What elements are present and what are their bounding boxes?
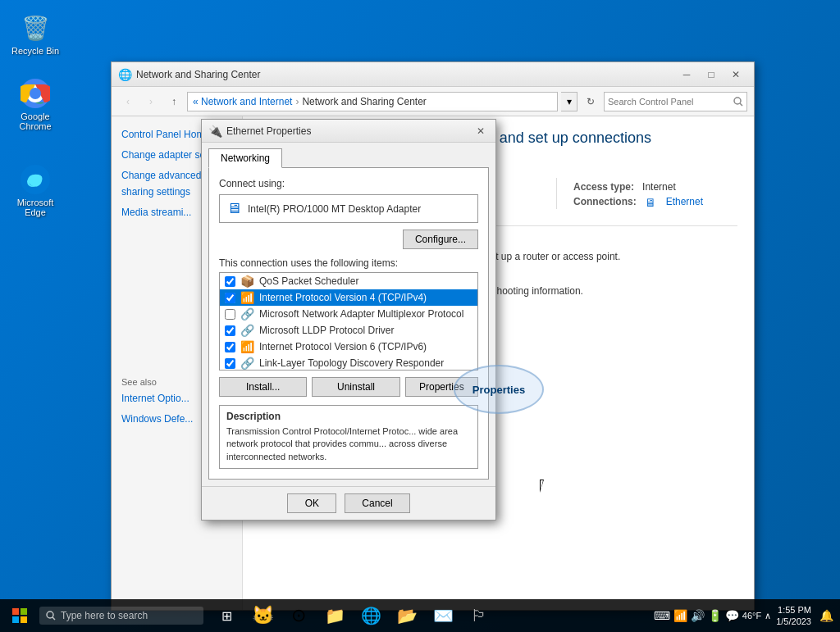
- lldp-label: Microsoft LLDP Protocol Driver: [259, 325, 395, 336]
- taskbar-edge[interactable]: 🌐: [354, 599, 387, 632]
- tray-notifications-icon[interactable]: 💬: [725, 609, 739, 622]
- address-dropdown[interactable]: ▾: [561, 92, 578, 111]
- taskbar-icon-emoji[interactable]: 🐱: [246, 599, 279, 632]
- tray-expand-icon[interactable]: ∧: [765, 611, 771, 621]
- tray-battery-icon[interactable]: 🔋: [708, 609, 722, 622]
- taskbar-file-explorer[interactable]: 📁: [318, 599, 351, 632]
- list-item-topology-responder[interactable]: 🔗 Link-Layer Topology Discovery Responde…: [220, 355, 477, 371]
- search-icon: [733, 97, 743, 107]
- properties-button[interactable]: Properties: [405, 377, 478, 397]
- desktop-icon-edge[interactable]: Microsoft Edge: [7, 160, 64, 221]
- ipv4-checkbox[interactable]: [225, 293, 235, 303]
- taskbar-mail[interactable]: ✉️: [427, 599, 459, 632]
- maximize-button[interactable]: □: [700, 66, 723, 83]
- taskbar-search-bar[interactable]: Type here to search: [39, 607, 203, 625]
- notification-badge[interactable]: 🔔: [819, 609, 833, 622]
- ipv6-icon: 📶: [240, 340, 254, 353]
- topology-responder-icon: 🔗: [240, 357, 254, 370]
- refresh-button[interactable]: ↻: [581, 92, 600, 111]
- multiplexor-checkbox[interactable]: [225, 309, 235, 320]
- list-item-multiplexor[interactable]: 🔗 Microsoft Network Adapter Multiplexor …: [220, 306, 477, 322]
- tray-wifi-icon[interactable]: 📶: [673, 609, 687, 622]
- tray-time[interactable]: 1:55 PM 1/5/2023: [776, 604, 811, 628]
- svg-point-2: [30, 88, 41, 99]
- action-buttons-row: Install... Uninstall Properties Properti…: [219, 377, 478, 397]
- windows-logo-icon: [12, 608, 27, 623]
- desktop-icon-chrome[interactable]: Google Chrome: [7, 74, 64, 134]
- chrome-icon: [19, 77, 52, 110]
- breadcrumb-separator: ›: [295, 96, 299, 107]
- ethernet-link[interactable]: Ethernet: [666, 196, 703, 209]
- lldp-checkbox[interactable]: [225, 325, 235, 336]
- eth-action-buttons: Install... Uninstall Properties Properti…: [219, 377, 478, 397]
- description-label: Description: [226, 411, 471, 422]
- taskbar-icon-circle[interactable]: ⊙: [282, 599, 315, 632]
- ethernet-icon: 🖥: [645, 196, 656, 209]
- tab-networking[interactable]: Networking: [208, 148, 282, 168]
- nsc-window-icon: 🌐: [118, 68, 131, 81]
- window-titlebar: 🌐 Network and Sharing Center ─ □ ✕: [112, 62, 754, 87]
- install-button[interactable]: Install...: [219, 377, 307, 397]
- connections-label: Connections:: [573, 196, 637, 209]
- desktop: 🗑️ Recycle Bin Google Chrome Microsoft E…: [0, 0, 840, 632]
- ok-button[interactable]: OK: [287, 493, 336, 513]
- recycle-bin-icon: 🗑️: [19, 11, 52, 44]
- recycle-bin-label: Recycle Bin: [11, 46, 59, 56]
- tray-keyboard-icon[interactable]: ⌨: [654, 609, 670, 622]
- eth-description: Description Transmission Control Protoco…: [219, 405, 478, 469]
- start-button[interactable]: [0, 599, 39, 632]
- eth-close-button[interactable]: ✕: [472, 124, 489, 139]
- taskbar-files[interactable]: 📂: [390, 599, 423, 632]
- access-type-value: Internet: [642, 181, 676, 193]
- qos-icon: 📦: [240, 275, 254, 288]
- tray-icons: ⌨ 📶 🔊 🔋 💬 46°F ∧: [654, 609, 771, 622]
- list-item-ipv4[interactable]: 📶 Internet Protocol Version 4 (TCP/IPv4): [220, 289, 477, 306]
- address-bar: ‹ › ↑ « Network and Internet › Network a…: [112, 87, 754, 116]
- ipv4-icon: 📶: [240, 291, 254, 304]
- task-view-button[interactable]: ⊞: [210, 599, 243, 632]
- temperature-display: 46°F: [742, 611, 761, 621]
- forward-button[interactable]: ›: [141, 92, 161, 111]
- ipv4-label: Internet Protocol Version 4 (TCP/IPv4): [259, 292, 427, 303]
- qos-checkbox[interactable]: [225, 276, 235, 287]
- minimize-button[interactable]: ─: [675, 66, 698, 83]
- taskbar-icon-flag[interactable]: 🏳: [463, 599, 495, 632]
- taskbar-app-icons: ⊞ 🐱 ⊙ 📁 🌐 📂 ✉️ 🏳: [210, 599, 495, 632]
- connections-row: Connections: 🖥 Ethernet: [573, 196, 737, 209]
- access-type-row: Access type: Internet: [573, 181, 737, 193]
- configure-button[interactable]: Configure...: [403, 230, 478, 249]
- svg-line-5: [740, 103, 742, 106]
- cancel-button[interactable]: Cancel: [345, 493, 409, 513]
- ipv6-checkbox[interactable]: [225, 342, 235, 352]
- svg-rect-9: [21, 616, 27, 623]
- taskbar-search-text: Type here to search: [61, 610, 148, 621]
- eth-dialog-icon: 🔌: [208, 125, 221, 138]
- back-button[interactable]: ‹: [118, 92, 138, 111]
- items-listbox[interactable]: 📦 QoS Packet Scheduler 📶 Internet Protoc…: [219, 272, 478, 371]
- eth-tabs: Networking: [202, 143, 495, 167]
- topology-responder-label: Link-Layer Topology Discovery Responder: [259, 357, 444, 369]
- svg-point-10: [47, 612, 53, 618]
- ipv6-label: Internet Protocol Version 6 (TCP/IPv6): [259, 341, 427, 352]
- list-item-ipv6[interactable]: 📶 Internet Protocol Version 6 (TCP/IPv6): [220, 339, 477, 355]
- taskbar-tray: ⌨ 📶 🔊 🔋 💬 46°F ∧ 1:55 PM 1/5/2023 🔔: [654, 604, 840, 628]
- up-button[interactable]: ↑: [164, 92, 184, 111]
- list-item-lldp[interactable]: 🔗 Microsoft LLDP Protocol Driver: [220, 322, 477, 339]
- taskbar-search-icon: [46, 611, 56, 621]
- connect-using-label: Connect using:: [219, 178, 478, 189]
- uninstall-button[interactable]: Uninstall: [312, 377, 399, 397]
- list-item-qos[interactable]: 📦 QoS Packet Scheduler: [220, 273, 477, 289]
- breadcrumb-network-internet[interactable]: « Network and Internet: [193, 96, 292, 107]
- tray-volume-icon[interactable]: 🔊: [691, 609, 705, 622]
- multiplexor-icon: 🔗: [240, 307, 254, 321]
- eth-dialog-title: Ethernet Properties: [226, 125, 472, 137]
- svg-rect-8: [12, 616, 19, 623]
- close-button[interactable]: ✕: [724, 66, 747, 83]
- eth-content: Connect using: 🖥 Intel(R) PRO/1000 MT De…: [208, 167, 489, 480]
- search-input[interactable]: [608, 97, 733, 107]
- topology-responder-checkbox[interactable]: [225, 358, 235, 369]
- network-right: Access type: Internet Connections: 🖥 Eth…: [557, 178, 737, 209]
- desktop-icon-recycle-bin[interactable]: 🗑️ Recycle Bin: [7, 8, 64, 59]
- svg-rect-7: [21, 608, 27, 615]
- svg-point-4: [734, 98, 741, 104]
